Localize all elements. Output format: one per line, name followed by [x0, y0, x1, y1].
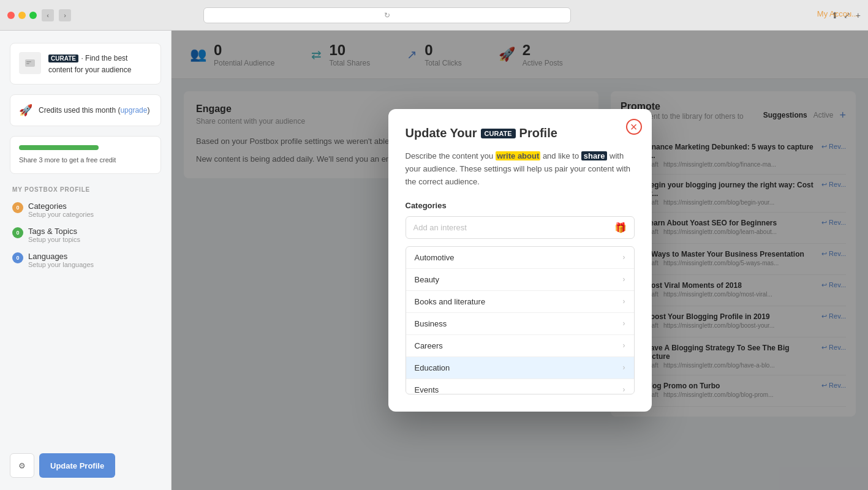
categories-input-row: 🎁	[406, 216, 635, 239]
browser-chrome: ‹ › ↻ ⬆ ⤢ + My Accou...	[0, 0, 868, 31]
chevron-right-icon: ›	[623, 297, 625, 306]
list-item[interactable]: Automotive ›	[406, 247, 634, 269]
category-label: Books and literature	[415, 297, 486, 306]
category-label: Beauty	[415, 275, 439, 284]
profile-tags-item[interactable]: 0 Tags & Topics Setup your topics	[12, 227, 159, 243]
list-item[interactable]: Books and literature ›	[406, 291, 634, 313]
categories-sub: Setup your categories	[28, 211, 94, 218]
svg-rect-1	[26, 61, 31, 62]
minimize-traffic-light[interactable]	[18, 12, 26, 19]
modal-curate-badge: CURATE	[481, 129, 516, 138]
rocket-icon: 🚀	[19, 104, 32, 117]
profile-section-title: MY POSTBOX PROFILE	[12, 186, 159, 193]
share-progress-text: Share 3 more to get a free credit	[19, 156, 116, 164]
list-item[interactable]: Careers ›	[406, 335, 634, 357]
app-body: CURATE · Find the best content for your …	[0, 31, 868, 490]
languages-sub: Setup your languages	[28, 261, 94, 268]
settings-button[interactable]: ⚙	[10, 453, 34, 478]
languages-label: Languages	[28, 252, 94, 261]
modal-description: Describe the content you write about and…	[406, 150, 635, 188]
modal-title: Update Your CURATE Profile	[406, 126, 635, 140]
close-icon: ×	[630, 121, 638, 133]
chevron-right-icon: ›	[623, 253, 625, 262]
category-list: Automotive › Beauty › Books and literatu…	[406, 246, 635, 394]
category-label: Education	[415, 363, 450, 372]
gear-icon: ⚙	[18, 461, 26, 470]
back-button[interactable]: ‹	[42, 9, 54, 21]
sidebar: CURATE · Find the best content for your …	[0, 31, 172, 490]
curate-widget-text: CURATE · Find the best content for your …	[48, 52, 152, 75]
chevron-right-icon: ›	[623, 341, 625, 350]
category-list-scroll[interactable]: Automotive › Beauty › Books and literatu…	[406, 247, 634, 394]
category-label: Events	[415, 385, 439, 394]
tags-sub: Setup your topics	[28, 236, 80, 243]
credits-text: Credits used this month (upgrade)	[39, 106, 149, 115]
languages-count-badge: 0	[12, 252, 23, 263]
modal-title-prefix: Update Your	[406, 126, 477, 140]
sidebar-footer: ⚙ Update Profile	[10, 453, 115, 478]
chevron-right-icon: ›	[623, 319, 625, 328]
curate-badge-sidebar: CURATE	[48, 55, 78, 62]
curate-box-icon	[24, 57, 36, 69]
curate-widget: CURATE · Find the best content for your …	[10, 43, 161, 85]
modal-close-button[interactable]: ×	[626, 119, 642, 135]
categories-search-input[interactable]	[413, 223, 609, 232]
address-bar[interactable]: ↻	[203, 7, 571, 23]
update-profile-button[interactable]: Update Profile	[39, 453, 115, 478]
write-about-highlight: write about	[496, 151, 540, 160]
modal-overlay[interactable]: × Update Your CURATE Profile Describe th…	[172, 31, 868, 490]
categories-count-badge: 0	[12, 202, 23, 213]
list-item[interactable]: Education ›	[406, 357, 634, 379]
share-widget: Share 3 more to get a free credit	[10, 136, 161, 174]
my-account-link[interactable]: My Accou...	[817, 9, 858, 18]
chevron-right-icon: ›	[623, 363, 625, 372]
share-progress-bar	[19, 145, 99, 150]
list-item[interactable]: Events ›	[406, 379, 634, 394]
list-item[interactable]: Beauty ›	[406, 269, 634, 291]
categories-section-label: Categories	[406, 201, 635, 210]
credits-widget: 🚀 Credits used this month (upgrade)	[10, 94, 161, 126]
loading-spinner: ↻	[384, 11, 390, 20]
forward-button[interactable]: ›	[59, 9, 71, 21]
list-item[interactable]: Business ›	[406, 313, 634, 335]
update-curate-profile-modal: × Update Your CURATE Profile Describe th…	[388, 109, 652, 411]
main-content: 👥 0 Potential Audience ⇄ 10 Total Shares…	[172, 31, 868, 490]
categories-label: Categories	[28, 202, 94, 211]
category-label: Automotive	[415, 253, 455, 262]
tags-label: Tags & Topics	[28, 227, 80, 236]
chevron-right-icon: ›	[623, 275, 625, 284]
chevron-right-icon: ›	[623, 385, 625, 394]
traffic-lights	[7, 12, 37, 19]
gift-icon: 🎁	[614, 222, 627, 233]
category-label: Careers	[415, 341, 443, 350]
curate-icon-box	[19, 52, 41, 74]
profile-categories-item[interactable]: 0 Categories Setup your categories	[12, 202, 159, 218]
close-traffic-light[interactable]	[7, 12, 15, 19]
upgrade-link[interactable]: upgrade	[120, 106, 147, 115]
modal-title-suffix: Profile	[519, 126, 557, 140]
category-label: Business	[415, 319, 447, 328]
profile-languages-item[interactable]: 0 Languages Setup your languages	[12, 252, 159, 268]
maximize-traffic-light[interactable]	[29, 12, 37, 19]
share-highlight: share	[581, 151, 608, 160]
svg-rect-0	[25, 59, 35, 67]
tags-count-badge: 0	[12, 227, 23, 238]
svg-rect-2	[26, 63, 29, 64]
profile-section: MY POSTBOX PROFILE 0 Categories Setup yo…	[10, 186, 161, 268]
